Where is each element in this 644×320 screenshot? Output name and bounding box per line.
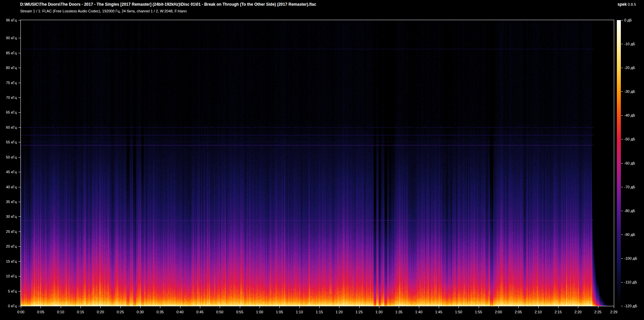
freq-tick xyxy=(18,157,21,157)
spectrogram-canvas[interactable] xyxy=(21,20,614,306)
legend-tick xyxy=(621,163,623,164)
freq-tick-label: 25 кГц xyxy=(0,229,17,234)
legend-tick-label: -120 дБ xyxy=(624,304,637,308)
time-tick-label: 0:15 xyxy=(73,310,88,314)
app-version: spek 0.8.5 xyxy=(618,2,636,7)
time-tick xyxy=(160,306,160,308)
app-name: spek xyxy=(618,2,627,7)
time-tick-label: 0:40 xyxy=(173,310,187,314)
time-tick xyxy=(240,306,240,308)
time-tick-label: 0:00 xyxy=(13,310,28,314)
freq-tick xyxy=(18,246,21,247)
time-tick-label: 0:05 xyxy=(33,310,48,314)
legend-tick xyxy=(621,258,623,259)
time-tick-label: 0:20 xyxy=(93,310,108,314)
legend-tick xyxy=(621,68,623,68)
time-tick-label: 2:25 xyxy=(591,310,605,314)
time-tick xyxy=(614,306,614,308)
time-tick xyxy=(80,306,81,308)
time-tick xyxy=(538,306,539,308)
freq-tick-label: 85 кГц xyxy=(0,51,17,55)
freq-tick xyxy=(18,38,21,38)
time-tick-label: 0:30 xyxy=(133,310,148,314)
time-tick-label: 0:55 xyxy=(232,310,247,314)
legend-gradient-bar xyxy=(617,20,621,306)
legend-tick-label: -50 дБ xyxy=(624,137,635,141)
freq-tick xyxy=(18,83,21,83)
time-tick xyxy=(279,306,280,308)
time-tick xyxy=(379,306,379,308)
legend-tick-label: -90 дБ xyxy=(624,232,635,237)
legend-tick xyxy=(621,91,623,92)
freq-tick-label: 65 кГц xyxy=(0,110,17,115)
time-tick-label: 0:45 xyxy=(193,310,207,314)
legend-tick xyxy=(621,187,623,187)
freq-tick-label: 55 кГц xyxy=(0,140,17,144)
freq-tick xyxy=(18,291,21,292)
time-tick-label: 1:20 xyxy=(332,310,346,314)
freq-tick xyxy=(18,216,21,217)
freq-tick-label: 20 кГц xyxy=(0,244,17,249)
time-tick xyxy=(260,306,260,308)
time-tick xyxy=(100,306,101,308)
legend-tick xyxy=(621,282,623,282)
freq-tick-label: 30 кГц xyxy=(0,214,17,219)
legend-tick-label: -40 дБ xyxy=(624,113,635,118)
legend-tick xyxy=(621,20,623,20)
legend-tick xyxy=(621,211,623,211)
legend-tick-label: -10 дБ xyxy=(624,42,635,46)
freq-tick xyxy=(18,172,21,172)
freq-tick xyxy=(18,68,21,68)
freq-tick xyxy=(18,276,21,276)
freq-tick xyxy=(18,187,21,187)
time-tick xyxy=(41,306,41,308)
time-tick-label: 0:35 xyxy=(153,310,167,314)
legend-tick-label: -110 дБ xyxy=(624,280,637,284)
time-tick xyxy=(180,306,180,308)
legend-tick xyxy=(621,139,623,139)
legend-tick-label: -30 дБ xyxy=(624,89,635,94)
freq-tick xyxy=(18,20,21,20)
legend-tick-label: -100 дБ xyxy=(624,256,637,261)
time-tick-label: 0:25 xyxy=(113,310,128,314)
time-tick xyxy=(300,306,300,308)
time-tick-label: 1:05 xyxy=(272,310,287,314)
legend-tick xyxy=(621,44,623,44)
time-tick-label: 0:10 xyxy=(53,310,68,314)
freq-tick-label: 70 кГц xyxy=(0,95,17,100)
legend-tick xyxy=(621,115,623,116)
freq-tick-label: 45 кГц xyxy=(0,170,17,174)
time-tick xyxy=(518,306,519,308)
time-tick-label: 2:20 xyxy=(571,310,585,314)
freq-tick-label: 10 кГц xyxy=(0,274,17,278)
time-tick xyxy=(21,306,21,308)
time-tick xyxy=(339,306,339,308)
legend-tick-label: -60 дБ xyxy=(624,161,635,166)
time-tick-label: 1:40 xyxy=(412,310,426,314)
time-tick-label: 1:55 xyxy=(471,310,486,314)
time-tick xyxy=(359,306,360,308)
freq-tick-label: 75 кГц xyxy=(0,80,17,85)
legend-tick-label: -70 дБ xyxy=(624,185,635,189)
time-tick xyxy=(399,306,399,308)
time-tick xyxy=(459,306,459,308)
freq-tick xyxy=(18,202,21,202)
file-path-title: D:\MUSIC\The Doors\The Doors - 2017 - Th… xyxy=(20,2,316,7)
time-tick xyxy=(200,306,200,308)
legend-tick xyxy=(621,235,623,235)
freq-tick xyxy=(18,98,21,98)
time-tick xyxy=(439,306,439,308)
freq-tick xyxy=(18,127,21,128)
time-tick xyxy=(220,306,220,308)
freq-tick-label: 35 кГц xyxy=(0,199,17,204)
time-tick-label: 2:29 xyxy=(606,310,621,314)
time-tick-label: 0:50 xyxy=(212,310,227,314)
time-tick-label: 1:50 xyxy=(451,310,466,314)
time-tick xyxy=(419,306,419,308)
freq-tick-label: 50 кГц xyxy=(0,155,17,159)
freq-tick-label: 5 кГц xyxy=(0,289,17,294)
freq-tick xyxy=(18,142,21,142)
time-tick-label: 2:10 xyxy=(531,310,546,314)
freq-tick xyxy=(18,53,21,53)
legend-tick-label: -80 дБ xyxy=(624,208,635,213)
